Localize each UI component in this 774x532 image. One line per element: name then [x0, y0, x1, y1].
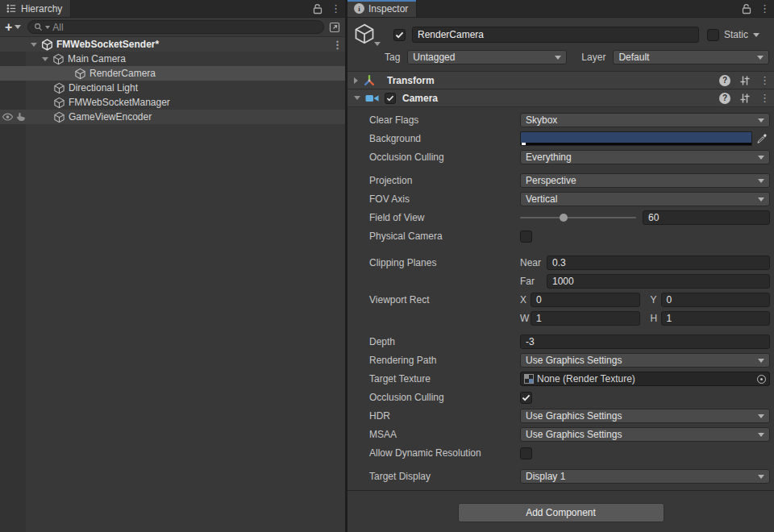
- depth-input[interactable]: -3: [520, 335, 770, 349]
- far-input[interactable]: 1000: [547, 274, 770, 289]
- clear-flags-value: Skybox: [526, 114, 758, 126]
- eye-visibility-icon[interactable]: [2, 112, 14, 122]
- scene-name: FMWebSocketSender*: [56, 39, 159, 50]
- lock-open-icon[interactable]: [313, 3, 322, 15]
- msaa-dropdown[interactable]: Use Graphics Settings: [520, 427, 770, 442]
- near-input[interactable]: 0.3: [547, 256, 770, 270]
- foldout-open-icon[interactable]: [42, 57, 48, 61]
- target-texture-object-field[interactable]: None (Render Texture): [520, 372, 770, 386]
- tree-item-label: Directional Light: [69, 82, 138, 94]
- camera-component-header[interactable]: Camera ? ⋮: [347, 89, 774, 106]
- foldout-open-icon[interactable]: [31, 43, 37, 47]
- tag-dropdown[interactable]: Untagged: [407, 50, 567, 64]
- viewport-x-input[interactable]: 0: [531, 293, 640, 307]
- gameobject-enabled-checkbox[interactable]: [393, 29, 406, 41]
- near-value: 0.3: [552, 257, 566, 268]
- chevron-down-icon: [757, 56, 764, 60]
- help-icon[interactable]: ?: [719, 93, 730, 104]
- occlusion-culling-checkbox[interactable]: [520, 392, 532, 404]
- tab-inspector[interactable]: i Inspector: [347, 0, 417, 17]
- fov-axis-dropdown[interactable]: Vertical: [520, 192, 770, 206]
- occlusion-culling-mask-dropdown[interactable]: Everything: [520, 150, 770, 164]
- projection-label: Projection: [369, 175, 520, 186]
- chevron-down-icon: [758, 179, 764, 183]
- create-object-button[interactable]: +: [3, 22, 23, 33]
- transform-component-header[interactable]: Transform ? ⋮: [347, 71, 774, 89]
- field-of-view-value: 60: [648, 212, 659, 223]
- tree-item-rendercamera[interactable]: RenderCamera: [0, 66, 345, 81]
- camera-enabled-checkbox[interactable]: [385, 93, 396, 104]
- hierarchy-search-input[interactable]: All: [27, 20, 324, 34]
- search-filter-caret-icon: [45, 26, 50, 29]
- scene-kebab-icon[interactable]: ⋮: [332, 39, 340, 50]
- layer-value: Default: [618, 52, 757, 63]
- viewport-y-value: 0: [667, 294, 672, 305]
- gameobject-cube-icon: [52, 53, 64, 65]
- background-label: Background: [369, 133, 520, 144]
- tree-item-label: FMWebSocketManager: [69, 97, 170, 108]
- presets-icon[interactable]: [739, 93, 751, 104]
- lock-open-icon[interactable]: [742, 3, 751, 15]
- viewport-y-input[interactable]: 0: [661, 293, 771, 307]
- render-texture-icon: [524, 374, 534, 384]
- kebab-menu-icon[interactable]: ⋮: [759, 75, 768, 85]
- target-display-dropdown[interactable]: Display 1: [520, 469, 770, 484]
- fov-axis-label: FOV Axis: [369, 193, 520, 205]
- rendering-path-dropdown[interactable]: Use Graphics Settings: [520, 353, 770, 368]
- tree-item-fmwebsocketmanager[interactable]: FMWebSocketManager: [0, 95, 345, 110]
- open-search-window-icon[interactable]: [329, 22, 340, 33]
- foldout-closed-icon[interactable]: [354, 77, 358, 84]
- field-hdr: HDR Use Graphics Settings: [369, 409, 770, 423]
- far-label: Far: [520, 276, 547, 287]
- clear-flags-dropdown[interactable]: Skybox: [520, 113, 770, 127]
- rendering-path-label: Rendering Path: [369, 355, 520, 366]
- gameobject-name-field[interactable]: RenderCamera: [412, 27, 699, 43]
- field-of-view-slider[interactable]: [520, 210, 636, 225]
- allow-dynamic-resolution-checkbox[interactable]: [520, 447, 532, 459]
- viewport-h-input[interactable]: 1: [661, 311, 771, 326]
- tab-hierarchy[interactable]: Hierarchy: [0, 0, 71, 17]
- physical-camera-checkbox[interactable]: [520, 231, 532, 243]
- plus-icon: +: [5, 22, 12, 33]
- field-physical-camera: Physical Camera: [369, 229, 770, 243]
- eyedropper-icon[interactable]: [754, 131, 770, 146]
- background-color-swatch[interactable]: [520, 131, 752, 146]
- gameobject-cube-icon: [53, 111, 65, 123]
- tree-item-main-camera[interactable]: Main Camera: [0, 52, 345, 66]
- layer-dropdown[interactable]: Default: [613, 50, 769, 64]
- object-picker-icon[interactable]: [757, 375, 766, 384]
- kebab-menu-icon[interactable]: ⋮: [759, 3, 768, 14]
- field-occlusion-culling: Occlusion Culling: [369, 390, 770, 405]
- slider-thumb[interactable]: [560, 214, 568, 222]
- msaa-value: Use Graphics Settings: [526, 429, 758, 440]
- camera-icon: [365, 93, 380, 104]
- presets-icon[interactable]: [739, 75, 751, 86]
- help-icon[interactable]: ?: [719, 75, 730, 86]
- search-icon: [34, 23, 43, 31]
- tree-item-directional-light[interactable]: Directional Light: [0, 81, 345, 95]
- target-display-label: Target Display: [369, 471, 520, 482]
- field-allow-dynamic-resolution: Allow Dynamic Resolution: [369, 446, 770, 460]
- viewport-y-label: Y: [651, 294, 661, 305]
- viewport-w-input[interactable]: 1: [531, 311, 640, 326]
- add-component-button[interactable]: Add Component: [458, 503, 664, 522]
- tree-item-gameviewencoder[interactable]: GameViewEncoder: [0, 110, 345, 124]
- transform-title: Transform: [387, 75, 435, 86]
- hdr-dropdown[interactable]: Use Graphics Settings: [520, 409, 770, 423]
- rendering-path-value: Use Graphics Settings: [526, 355, 758, 366]
- projection-dropdown[interactable]: Perspective: [520, 173, 770, 188]
- field-of-view-input[interactable]: 60: [643, 210, 770, 225]
- fov-axis-value: Vertical: [526, 193, 758, 205]
- kebab-menu-icon[interactable]: ⋮: [331, 3, 339, 14]
- kebab-menu-icon[interactable]: ⋮: [759, 93, 768, 103]
- foldout-open-icon[interactable]: [354, 96, 360, 100]
- viewport-h-label: H: [651, 313, 661, 324]
- scene-row[interactable]: FMWebSocketSender* ⋮: [0, 37, 345, 52]
- static-dropdown-caret-icon[interactable]: [753, 33, 759, 37]
- static-checkbox[interactable]: [707, 29, 719, 41]
- alpha-fill: [522, 143, 526, 145]
- icon-picker-caret-icon[interactable]: [374, 42, 381, 46]
- pickability-hand-icon[interactable]: [15, 111, 27, 123]
- gameobject-large-cube-icon[interactable]: [353, 23, 376, 45]
- viewport-x-value: 0: [536, 294, 542, 305]
